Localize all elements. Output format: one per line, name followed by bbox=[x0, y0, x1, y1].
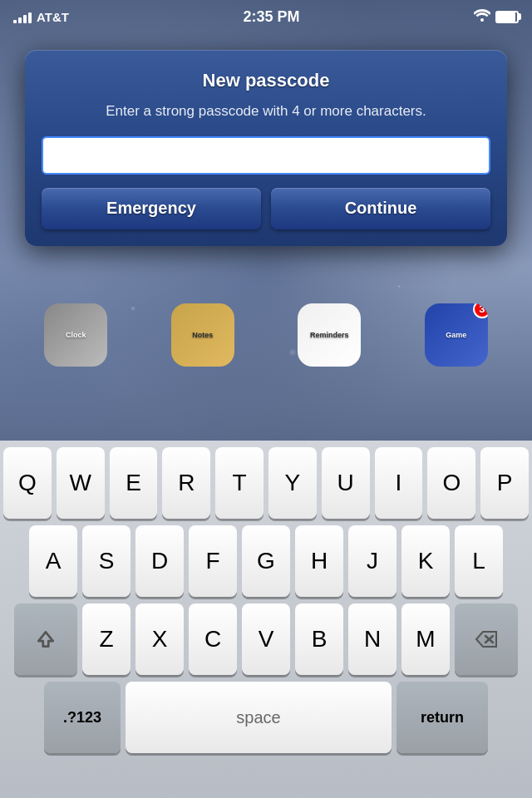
status-bar: AT&T 2:35 PM bbox=[0, 0, 532, 33]
key-h[interactable]: H bbox=[295, 525, 343, 597]
keyboard-row-3: Z X C V B N M bbox=[3, 603, 529, 675]
passcode-input[interactable] bbox=[42, 136, 490, 175]
keyboard: Q W E R T Y U I O P A S D F G H J K L Z … bbox=[0, 441, 532, 798]
key-k[interactable]: K bbox=[401, 525, 450, 597]
key-u[interactable]: U bbox=[322, 447, 370, 519]
signal-bars bbox=[13, 10, 32, 23]
status-right bbox=[474, 8, 519, 25]
modal-buttons: Emergency Continue bbox=[42, 188, 490, 229]
key-g[interactable]: G bbox=[242, 525, 290, 597]
signal-bar-3 bbox=[23, 15, 27, 23]
key-a[interactable]: A bbox=[29, 525, 77, 597]
key-p[interactable]: P bbox=[480, 447, 529, 519]
backspace-key[interactable] bbox=[455, 603, 518, 675]
game-badge: 3 bbox=[473, 303, 488, 318]
battery-fill bbox=[497, 12, 515, 22]
key-b[interactable]: B bbox=[295, 603, 343, 675]
signal-bar-2 bbox=[18, 17, 22, 23]
key-v[interactable]: V bbox=[242, 603, 290, 675]
key-r[interactable]: R bbox=[162, 447, 210, 519]
key-q[interactable]: Q bbox=[3, 447, 52, 519]
battery-indicator bbox=[495, 11, 519, 23]
key-l[interactable]: L bbox=[455, 525, 503, 597]
keyboard-row-2: A S D F G H J K L bbox=[3, 525, 529, 597]
key-f[interactable]: F bbox=[189, 525, 237, 597]
key-c[interactable]: C bbox=[189, 603, 237, 675]
signal-bar-4 bbox=[28, 12, 32, 23]
key-z[interactable]: Z bbox=[82, 603, 131, 675]
numbers-key[interactable]: .?123 bbox=[44, 682, 121, 753]
wifi-icon bbox=[474, 8, 490, 25]
time-display: 2:35 PM bbox=[243, 8, 299, 26]
modal-subtitle: Enter a strong passcode with 4 or more c… bbox=[42, 101, 490, 121]
key-d[interactable]: D bbox=[135, 525, 184, 597]
emergency-button[interactable]: Emergency bbox=[42, 188, 261, 229]
keyboard-row-1: Q W E R T Y U I O P bbox=[3, 447, 529, 519]
key-m[interactable]: M bbox=[401, 603, 450, 675]
clock-icon[interactable]: Clock bbox=[44, 303, 107, 367]
keyboard-row-4: .?123 space return bbox=[3, 682, 529, 753]
shift-key[interactable] bbox=[14, 603, 77, 675]
notes2-icon[interactable]: Notes bbox=[171, 303, 234, 367]
key-i[interactable]: I bbox=[375, 447, 423, 519]
reminders-icon[interactable]: Reminders bbox=[298, 303, 361, 367]
passcode-modal: New passcode Enter a strong passcode wit… bbox=[25, 50, 507, 246]
key-n[interactable]: N bbox=[348, 603, 397, 675]
key-y[interactable]: Y bbox=[268, 447, 317, 519]
app-row-2: Clock Notes Reminders Game 3 bbox=[12, 303, 520, 367]
key-j[interactable]: J bbox=[348, 525, 397, 597]
key-x[interactable]: X bbox=[135, 603, 184, 675]
modal-title: New passcode bbox=[42, 70, 490, 91]
key-e[interactable]: E bbox=[110, 447, 158, 519]
game-icon[interactable]: Game 3 bbox=[425, 303, 488, 367]
continue-button[interactable]: Continue bbox=[271, 188, 490, 229]
status-left: AT&T bbox=[13, 10, 69, 24]
carrier-label: AT&T bbox=[37, 10, 69, 24]
return-key[interactable]: return bbox=[397, 682, 488, 753]
key-t[interactable]: T bbox=[215, 447, 264, 519]
key-s[interactable]: S bbox=[82, 525, 131, 597]
key-o[interactable]: O bbox=[427, 447, 475, 519]
key-w[interactable]: W bbox=[57, 447, 105, 519]
space-key[interactable]: space bbox=[126, 682, 392, 753]
signal-bar-1 bbox=[13, 20, 17, 23]
